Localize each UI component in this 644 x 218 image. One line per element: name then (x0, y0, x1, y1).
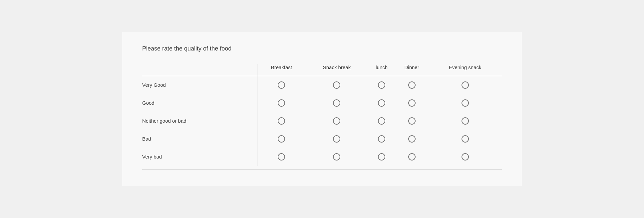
cell-bad-dinner (395, 130, 429, 148)
cell-neither-evening-snack (429, 112, 502, 130)
cell-very-good-snack-break (305, 76, 368, 94)
label-neither: Neither good or bad (142, 112, 257, 130)
radio-neither-dinner[interactable] (408, 117, 416, 125)
row-good: Good (142, 94, 502, 112)
row-neither: Neither good or bad (142, 112, 502, 130)
cell-very-bad-dinner (395, 148, 429, 166)
radio-bad-snack-break[interactable] (333, 135, 340, 143)
radio-bad-lunch[interactable] (378, 135, 385, 143)
cell-bad-snack-break (305, 130, 368, 148)
question-title: Please rate the quality of the food (142, 45, 502, 52)
radio-bad-evening-snack[interactable] (462, 135, 469, 143)
cell-very-good-dinner (395, 76, 429, 94)
radio-bad-dinner[interactable] (408, 135, 416, 143)
cell-neither-lunch (368, 112, 395, 130)
radio-good-breakfast[interactable] (278, 99, 285, 107)
bottom-divider (142, 169, 502, 169)
cell-neither-snack-break (305, 112, 368, 130)
label-good: Good (142, 94, 257, 112)
radio-good-lunch[interactable] (378, 99, 385, 107)
radio-very-good-lunch[interactable] (378, 81, 385, 89)
radio-bad-breakfast[interactable] (278, 135, 285, 143)
cell-neither-breakfast (257, 112, 305, 130)
cell-very-bad-snack-break (305, 148, 368, 166)
label-bad: Bad (142, 130, 257, 148)
radio-very-bad-lunch[interactable] (378, 153, 385, 161)
header-dinner: Dinner (395, 64, 429, 76)
radio-good-snack-break[interactable] (333, 99, 340, 107)
cell-bad-lunch (368, 130, 395, 148)
radio-good-evening-snack[interactable] (462, 99, 469, 107)
cell-good-evening-snack (429, 94, 502, 112)
label-very-good: Very Good (142, 76, 257, 94)
radio-very-good-dinner[interactable] (408, 81, 416, 89)
label-very-bad: Very bad (142, 148, 257, 166)
cell-good-breakfast (257, 94, 305, 112)
row-bad: Bad (142, 130, 502, 148)
row-very-good: Very Good (142, 76, 502, 94)
header-snack-break: Snack break (305, 64, 368, 76)
cell-good-snack-break (305, 94, 368, 112)
radio-very-good-evening-snack[interactable] (462, 81, 469, 89)
radio-very-bad-snack-break[interactable] (333, 153, 340, 161)
radio-neither-lunch[interactable] (378, 117, 385, 125)
rating-table: Breakfast Snack break lunch Dinner Eveni… (142, 64, 502, 165)
radio-very-bad-dinner[interactable] (408, 153, 416, 161)
radio-very-bad-evening-snack[interactable] (462, 153, 469, 161)
radio-good-dinner[interactable] (408, 99, 416, 107)
radio-neither-evening-snack[interactable] (462, 117, 469, 125)
cell-bad-breakfast (257, 130, 305, 148)
radio-very-good-snack-break[interactable] (333, 81, 340, 89)
radio-neither-breakfast[interactable] (278, 117, 285, 125)
radio-very-good-breakfast[interactable] (278, 81, 285, 89)
radio-neither-snack-break[interactable] (333, 117, 340, 125)
header-evening-snack: Evening snack (429, 64, 502, 76)
cell-good-dinner (395, 94, 429, 112)
cell-bad-evening-snack (429, 130, 502, 148)
cell-good-lunch (368, 94, 395, 112)
header-lunch: lunch (368, 64, 395, 76)
header-breakfast: Breakfast (257, 64, 305, 76)
cell-very-good-breakfast (257, 76, 305, 94)
cell-very-bad-breakfast (257, 148, 305, 166)
cell-neither-dinner (395, 112, 429, 130)
header-empty-col (142, 64, 257, 76)
radio-very-bad-breakfast[interactable] (278, 153, 285, 161)
row-very-bad: Very bad (142, 148, 502, 166)
cell-very-bad-lunch (368, 148, 395, 166)
cell-very-good-lunch (368, 76, 395, 94)
cell-very-good-evening-snack (429, 76, 502, 94)
survey-container: Please rate the quality of the food Brea… (122, 32, 522, 186)
cell-very-bad-evening-snack (429, 148, 502, 166)
